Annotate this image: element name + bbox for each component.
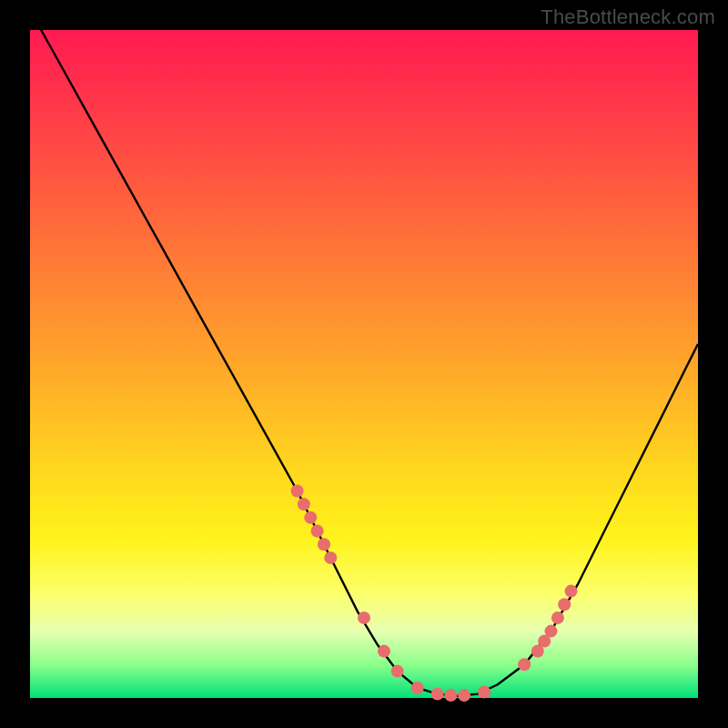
trough-marker [558,598,571,611]
trough-marker [458,689,470,702]
chart-frame: TheBottleneck.com [0,0,728,728]
trough-marker [478,685,490,698]
curve-layer [30,30,698,698]
plot-area [30,30,698,698]
trough-markers [291,485,578,703]
trough-marker [291,485,304,498]
trough-marker [545,625,558,638]
bottleneck-curve [30,10,698,696]
watermark-text: TheBottleneck.com [541,5,715,29]
trough-marker [391,665,404,678]
trough-marker [324,551,337,564]
trough-marker [378,645,390,658]
trough-marker [431,688,444,701]
trough-marker [304,511,317,524]
trough-marker [411,682,424,694]
trough-marker [311,525,324,538]
trough-marker [318,538,330,551]
trough-marker [551,612,564,624]
trough-marker [518,658,531,671]
trough-marker [298,498,310,511]
trough-marker [358,612,370,624]
curve-path [30,10,698,696]
trough-marker [444,689,457,702]
trough-marker [565,585,578,598]
